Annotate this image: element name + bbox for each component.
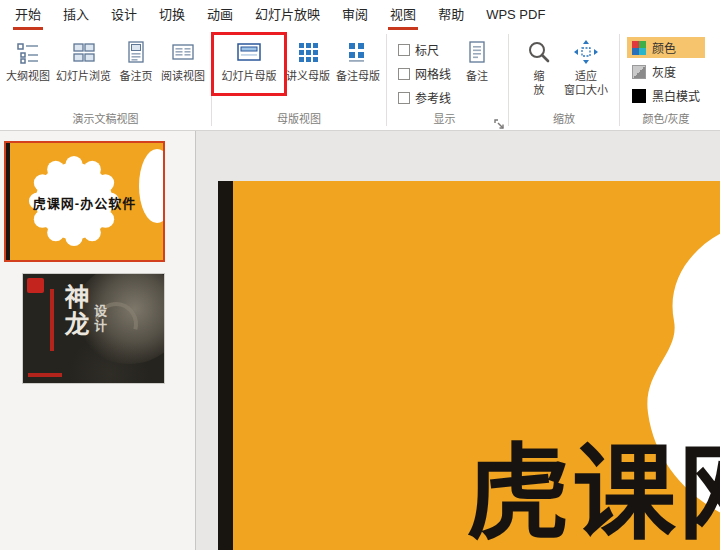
fit-to-window-label: 适应 窗口大小 [564,70,608,98]
ruler-checkbox[interactable] [398,44,410,56]
notes-master-label: 备注母版 [336,70,380,84]
group-presentation-views: 大纲视图 幻灯片浏览 备注页 [0,30,211,130]
tab-review[interactable]: 审阅 [331,0,379,30]
slide-sorter-icon [69,37,99,67]
slide-master-button[interactable]: 幻灯片母版 [215,33,283,84]
notes-master-button[interactable]: 备注母版 [333,33,383,84]
outline-view-icon [13,37,43,67]
fit-to-window-button[interactable]: 适应 窗口大小 [561,33,611,98]
group-master-views: 幻灯片母版 讲义母版 备注母版 母版视图 [212,30,386,130]
slide-left-black-bar [218,181,233,550]
black-white-mode-button[interactable]: 黑白模式 [627,85,705,106]
fit-to-window-icon [571,37,601,67]
group-color-grayscale: 颜色 灰度 黑白模式 颜色/灰度 [620,30,712,130]
master-slide-thumbnail[interactable]: 虎课网-办公软件 [4,141,165,262]
handout-master-icon [293,37,323,67]
outline-view-button[interactable]: 大纲视图 [3,33,53,84]
handout-master-label: 讲义母版 [286,70,330,84]
reading-view-icon [168,37,198,67]
zoom-label: 缩 放 [534,70,545,98]
slide-master-label: 幻灯片母版 [222,70,277,84]
layout-thumbnail-title: 神龙 [57,284,93,338]
outline-view-label: 大纲视图 [6,70,50,84]
presentation-app-window: 开始 插入 设计 切换 动画 幻灯片放映 审阅 视图 帮助 WPS PDF 大纲… [0,0,720,550]
tab-wps-pdf[interactable]: WPS PDF [475,0,556,30]
reading-view-label: 阅读视图 [161,70,205,84]
group-label-show: 显示 [387,112,502,130]
group-label-master-views: 母版视图 [212,112,386,130]
slide-editor-area[interactable]: 虎课网 [196,131,720,550]
slide-master-icon [234,37,264,67]
guides-label: 参考线 [415,89,451,106]
layout-slide-thumbnail[interactable]: 神龙 设计 [22,273,165,384]
zoom-button[interactable]: 缩 放 [517,33,561,98]
gridlines-label: 网格线 [415,65,451,82]
tab-animations[interactable]: 动画 [196,0,244,30]
ruler-label: 标尺 [415,41,439,58]
ribbon-tab-bar: 开始 插入 设计 切换 动画 幻灯片放映 审阅 视图 帮助 WPS PDF [0,0,720,30]
reading-view-button[interactable]: 阅读视图 [158,33,208,84]
main-content: 虎课网-办公软件 神龙 设计 [0,131,720,550]
thumbnail-footer-mark [28,373,62,377]
notes-button[interactable]: 备注 [455,33,499,84]
notes-page-icon [121,37,151,67]
vertical-red-text-strip [50,289,54,351]
show-dialog-launcher-icon[interactable] [494,116,505,127]
notes-icon [462,37,492,67]
slide-sorter-button[interactable]: 幻灯片浏览 [53,33,114,84]
tab-transitions[interactable]: 切换 [148,0,196,30]
group-zoom: 缩 放 适应 窗口大小 缩放 [509,30,619,130]
notes-master-icon [343,37,373,67]
group-label-zoom: 缩放 [509,112,619,130]
master-thumbnail-title: 虎课网-办公软件 [6,193,163,212]
slide-thumbnail-panel[interactable]: 虎课网-办公软件 神龙 设计 [0,131,196,550]
tab-design[interactable]: 设计 [100,0,148,30]
black-white-mode-label: 黑白模式 [652,87,700,104]
notes-page-button[interactable]: 备注页 [114,33,158,84]
layout-thumbnail-subtitle: 设计 [90,304,109,334]
tab-home[interactable]: 开始 [4,0,52,30]
black-white-mode-icon [632,89,646,103]
ribbon: 大纲视图 幻灯片浏览 备注页 [0,30,720,131]
gridlines-checkbox-row[interactable]: 网格线 [398,65,451,82]
group-label-presentation-views: 演示文稿视图 [0,112,211,130]
handout-master-button[interactable]: 讲义母版 [283,33,333,84]
guides-checkbox[interactable] [398,92,410,104]
tab-insert[interactable]: 插入 [52,0,100,30]
zoom-magnifier-icon [524,37,554,67]
grayscale-mode-button[interactable]: 灰度 [627,61,705,82]
tab-slideshow[interactable]: 幻灯片放映 [244,0,331,30]
notes-page-label: 备注页 [120,70,153,84]
grayscale-mode-icon [632,65,646,79]
slide-title-text[interactable]: 虎课网 [466,437,720,550]
grayscale-mode-label: 灰度 [652,63,676,80]
guides-checkbox-row[interactable]: 参考线 [398,89,451,106]
color-mode-label: 颜色 [652,39,676,56]
tab-help[interactable]: 帮助 [427,0,475,30]
gridlines-checkbox[interactable] [398,68,410,80]
group-label-color-grayscale: 颜色/灰度 [620,112,712,130]
ruler-checkbox-row[interactable]: 标尺 [398,41,451,58]
thumbnail-logo-badge [27,278,44,293]
slide-sorter-label: 幻灯片浏览 [56,70,111,84]
tab-view[interactable]: 视图 [379,0,427,30]
slide-canvas[interactable]: 虎课网 [218,181,720,550]
color-mode-button[interactable]: 颜色 [627,37,705,58]
color-mode-icon [632,41,646,55]
notes-label: 备注 [466,70,488,84]
group-show: 标尺 网格线 参考线 备注 [387,30,508,130]
